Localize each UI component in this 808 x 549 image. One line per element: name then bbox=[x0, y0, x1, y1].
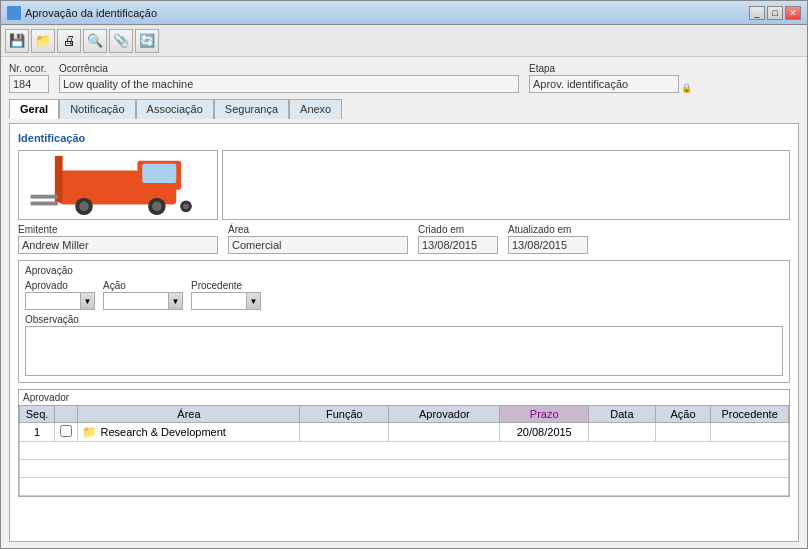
ocorrencia-label: Ocorrência bbox=[59, 63, 519, 74]
svg-rect-3 bbox=[142, 164, 176, 183]
row-prazo: 20/08/2015 bbox=[500, 423, 589, 442]
row-area-text: Research & Development bbox=[101, 426, 226, 438]
title-bar: Aprovação da identificação _ □ ✕ bbox=[1, 1, 807, 25]
area-label: Área bbox=[228, 224, 408, 235]
identification-title: Identificação bbox=[18, 132, 790, 144]
procedente-value bbox=[192, 300, 246, 302]
nr-ocor-label: Nr. ocor. bbox=[9, 63, 49, 74]
open-button[interactable]: 📁 bbox=[31, 29, 55, 53]
maximize-button[interactable]: □ bbox=[767, 6, 783, 20]
emitente-label: Emitente bbox=[18, 224, 218, 235]
aprovacao-section: Aprovação Aprovado ▼ Ação ▼ bbox=[18, 260, 790, 383]
aprovador-table-container: Seq. Área Função Aprovador Prazo Data Aç… bbox=[19, 405, 789, 496]
aprovado-label: Aprovado bbox=[25, 280, 95, 291]
print-button[interactable]: 🖨 bbox=[57, 29, 81, 53]
col-funcao: Função bbox=[300, 406, 389, 423]
toolbar: 💾 📁 🖨 🔍 📎 🔄 bbox=[1, 25, 807, 57]
col-check bbox=[55, 406, 78, 423]
observacao-group: Observação bbox=[25, 314, 783, 378]
row-data bbox=[589, 423, 656, 442]
ocorrencia-group: Ocorrência bbox=[59, 63, 519, 93]
main-window: Aprovação da identificação _ □ ✕ 💾 📁 🖨 🔍… bbox=[0, 0, 808, 549]
aprovacao-fields-row: Aprovado ▼ Ação ▼ Proc bbox=[25, 280, 783, 310]
svg-point-12 bbox=[183, 203, 189, 209]
form-area: Nr. ocor. Ocorrência Etapa 🔒 Geral Notif… bbox=[1, 57, 807, 548]
table-row-empty-3 bbox=[20, 478, 789, 496]
tab-anexo[interactable]: Anexo bbox=[289, 99, 342, 119]
tab-notificacao[interactable]: Notificação bbox=[59, 99, 135, 119]
aprovado-value bbox=[26, 300, 80, 302]
svg-rect-6 bbox=[31, 202, 58, 206]
atualizado-label: Atualizado em bbox=[508, 224, 588, 235]
tab-content-geral: Identificação bbox=[9, 123, 799, 542]
table-row-empty-2 bbox=[20, 460, 789, 478]
svg-point-10 bbox=[152, 202, 162, 212]
table-row: 1 📁 Research & Development 20/08/2015 bbox=[20, 423, 789, 442]
aprovado-arrow[interactable]: ▼ bbox=[80, 293, 94, 309]
etapa-label: Etapa bbox=[529, 63, 692, 74]
acao-label: Ação bbox=[103, 280, 183, 291]
col-seq: Seq. bbox=[20, 406, 55, 423]
procedente-label: Procedente bbox=[191, 280, 261, 291]
row-procedente bbox=[711, 423, 789, 442]
criado-input[interactable] bbox=[418, 236, 498, 254]
tab-associacao[interactable]: Associação bbox=[136, 99, 214, 119]
row-aprovador bbox=[389, 423, 500, 442]
emitente-group: Emitente bbox=[18, 224, 218, 254]
procedente-group: Procedente ▼ bbox=[191, 280, 261, 310]
ocorrencia-input[interactable] bbox=[59, 75, 519, 93]
acao-group: Ação ▼ bbox=[103, 280, 183, 310]
area-group: Área bbox=[228, 224, 408, 254]
observacao-textarea[interactable] bbox=[25, 326, 783, 376]
minimize-button[interactable]: _ bbox=[749, 6, 765, 20]
emitente-input[interactable] bbox=[18, 236, 218, 254]
svg-point-8 bbox=[79, 202, 89, 212]
procedente-dropdown[interactable]: ▼ bbox=[191, 292, 261, 310]
area-input[interactable] bbox=[228, 236, 408, 254]
close-button[interactable]: ✕ bbox=[785, 6, 801, 20]
forklift-image bbox=[18, 150, 218, 220]
aprovado-dropdown[interactable]: ▼ bbox=[25, 292, 95, 310]
refresh-button[interactable]: 🔄 bbox=[135, 29, 159, 53]
aprovador-title: Aprovador bbox=[19, 390, 789, 405]
tabs-bar: Geral Notificação Associação Segurança A… bbox=[9, 99, 799, 119]
table-row-empty-1 bbox=[20, 442, 789, 460]
atualizado-group: Atualizado em bbox=[508, 224, 588, 254]
attach-button[interactable]: 📎 bbox=[109, 29, 133, 53]
etapa-input[interactable] bbox=[529, 75, 679, 93]
col-acao: Ação bbox=[655, 406, 711, 423]
save-button[interactable]: 💾 bbox=[5, 29, 29, 53]
col-data: Data bbox=[589, 406, 656, 423]
row-acao bbox=[655, 423, 711, 442]
tab-geral[interactable]: Geral bbox=[9, 99, 59, 119]
aprovado-group: Aprovado ▼ bbox=[25, 280, 95, 310]
identification-textarea[interactable] bbox=[222, 150, 790, 220]
header-row: Nr. ocor. Ocorrência Etapa 🔒 bbox=[9, 63, 799, 93]
lock-icon: 🔒 bbox=[681, 83, 692, 93]
row-checkbox[interactable] bbox=[60, 425, 72, 437]
nr-ocor-input[interactable] bbox=[9, 75, 49, 93]
col-aprovador: Aprovador bbox=[389, 406, 500, 423]
nr-ocor-group: Nr. ocor. bbox=[9, 63, 49, 93]
tab-seguranca[interactable]: Segurança bbox=[214, 99, 289, 119]
folder-icon: 📁 bbox=[82, 425, 97, 439]
aprovacao-section-title: Aprovação bbox=[25, 265, 783, 276]
procedente-arrow[interactable]: ▼ bbox=[246, 293, 260, 309]
acao-dropdown[interactable]: ▼ bbox=[103, 292, 183, 310]
col-area: Área bbox=[78, 406, 300, 423]
acao-arrow[interactable]: ▼ bbox=[168, 293, 182, 309]
observacao-label: Observação bbox=[25, 314, 783, 325]
search-button[interactable]: 🔍 bbox=[83, 29, 107, 53]
row-seq: 1 bbox=[20, 423, 55, 442]
atualizado-input[interactable] bbox=[508, 236, 588, 254]
window-icon bbox=[7, 6, 21, 20]
image-text-row bbox=[18, 150, 790, 220]
criado-group: Criado em bbox=[418, 224, 498, 254]
row-checkbox-cell[interactable] bbox=[55, 423, 78, 442]
aprovador-table: Seq. Área Função Aprovador Prazo Data Aç… bbox=[19, 405, 789, 496]
row-area: 📁 Research & Development bbox=[78, 423, 300, 442]
table-header-row: Seq. Área Função Aprovador Prazo Data Aç… bbox=[20, 406, 789, 423]
identification-section: Identificação bbox=[18, 132, 790, 254]
window-title: Aprovação da identificação bbox=[25, 7, 157, 19]
criado-label: Criado em bbox=[418, 224, 498, 235]
